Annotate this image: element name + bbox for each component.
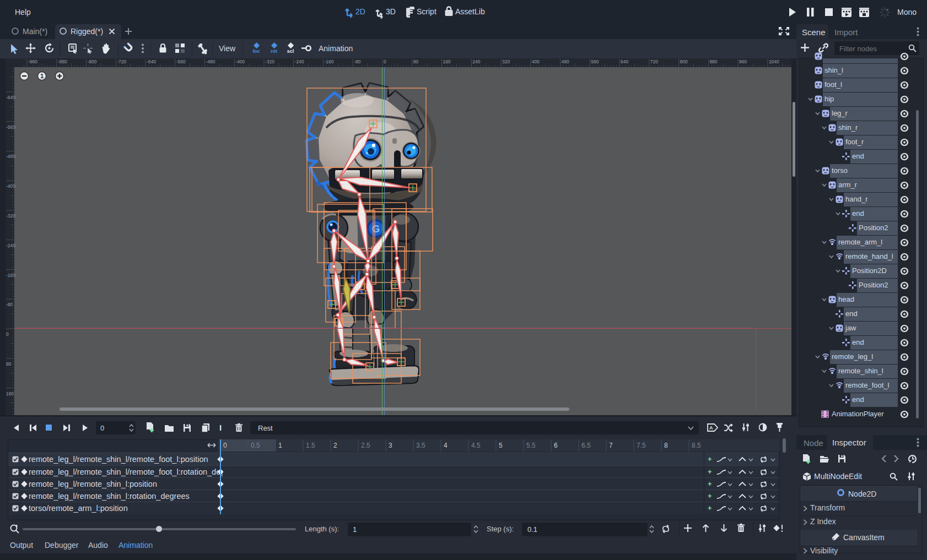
svg-text:240: 240 xyxy=(472,59,480,64)
svg-text:-880: -880 xyxy=(58,59,67,64)
svg-text:4: 4 xyxy=(444,442,448,449)
svg-text:320: 320 xyxy=(502,59,510,64)
svg-text:-400: -400 xyxy=(235,59,245,64)
svg-text:-160: -160 xyxy=(325,59,334,64)
svg-text:7: 7 xyxy=(609,442,613,449)
svg-text:-80: -80 xyxy=(6,302,13,307)
svg-text:5: 5 xyxy=(499,442,503,449)
svg-text:160: 160 xyxy=(6,391,14,396)
svg-text:-80: -80 xyxy=(354,59,361,64)
svg-text:1040: 1040 xyxy=(769,59,779,64)
svg-text:8: 8 xyxy=(664,442,668,449)
svg-text:3: 3 xyxy=(389,442,392,449)
svg-text:880: 880 xyxy=(709,59,717,64)
svg-text:720: 720 xyxy=(650,59,658,64)
svg-text:400: 400 xyxy=(532,59,540,64)
svg-text:6.5: 6.5 xyxy=(581,442,591,449)
svg-text:640: 640 xyxy=(621,59,628,64)
svg-text:560: 560 xyxy=(591,59,599,64)
svg-text:160: 160 xyxy=(443,59,451,64)
svg-text:3.5: 3.5 xyxy=(416,442,425,449)
svg-text:0.5: 0.5 xyxy=(251,442,260,449)
svg-text:7.5: 7.5 xyxy=(637,442,646,449)
svg-text:800: 800 xyxy=(680,59,688,64)
svg-text:-720: -720 xyxy=(117,59,126,64)
svg-text:0: 0 xyxy=(6,331,9,337)
svg-text:960: 960 xyxy=(739,59,747,64)
svg-text:1: 1 xyxy=(278,442,282,449)
svg-text:-640: -640 xyxy=(147,59,156,64)
svg-text:2: 2 xyxy=(333,442,337,449)
svg-text:1.5: 1.5 xyxy=(306,442,315,449)
svg-text:-480: -480 xyxy=(206,59,215,64)
svg-text:-320: -320 xyxy=(265,59,274,64)
svg-text:A: A xyxy=(709,425,713,431)
svg-text:80: 80 xyxy=(413,59,419,64)
svg-text:rot: rot xyxy=(271,48,277,54)
svg-text:4.5: 4.5 xyxy=(471,442,481,449)
svg-text:-560: -560 xyxy=(176,59,186,64)
svg-text:2.5: 2.5 xyxy=(361,442,370,449)
svg-text:-960: -960 xyxy=(28,59,37,64)
svg-text:6: 6 xyxy=(554,442,558,449)
svg-text:-240: -240 xyxy=(295,59,304,64)
svg-text:8.5: 8.5 xyxy=(692,442,701,449)
svg-text:0: 0 xyxy=(384,59,386,64)
svg-text:80: 80 xyxy=(6,361,12,367)
svg-text:0: 0 xyxy=(223,442,227,449)
svg-text:scl: scl xyxy=(287,48,294,54)
svg-text:-800: -800 xyxy=(87,59,96,64)
svg-text:loc: loc xyxy=(252,48,260,54)
svg-text:480: 480 xyxy=(562,59,569,64)
svg-text:5.5: 5.5 xyxy=(526,442,536,449)
